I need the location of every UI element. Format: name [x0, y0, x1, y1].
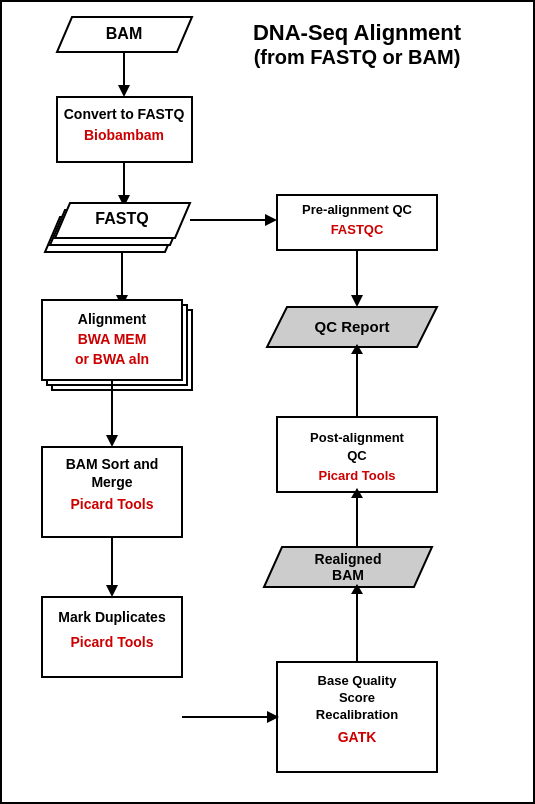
mark-dup-label1: Mark Duplicates — [58, 609, 166, 625]
bam-sort-label1: BAM Sort and — [66, 456, 159, 472]
realigned-bam-label2: BAM — [332, 567, 364, 583]
post-qc-label1: Post-alignment — [310, 430, 405, 445]
arrowhead-bam-convert — [118, 85, 130, 97]
base-quality-label1: Base Quality — [318, 673, 398, 688]
alignment-label2: BWA MEM — [78, 331, 147, 347]
alignment-label3: or BWA aln — [75, 351, 149, 367]
diagram-container: DNA-Seq Alignment (from FASTQ or BAM) BA… — [0, 0, 535, 804]
mark-dup-label2: Picard Tools — [71, 634, 154, 650]
title-line1: DNA-Seq Alignment — [253, 20, 462, 45]
base-quality-label2: Score — [339, 690, 375, 705]
bam-sort-label2: Merge — [91, 474, 132, 490]
base-quality-label3: Recalibration — [316, 707, 398, 722]
realigned-bam-label1: Realigned — [315, 551, 382, 567]
arrowhead-fastq-preqc — [265, 214, 277, 226]
convert-label2: Biobambam — [84, 127, 164, 143]
base-quality-label4: GATK — [338, 729, 377, 745]
bam-input-label: BAM — [106, 25, 142, 42]
title-line2: (from FASTQ or BAM) — [254, 46, 461, 68]
arrowhead-alignment-bamsort — [106, 435, 118, 447]
post-qc-label3: Picard Tools — [318, 468, 395, 483]
convert-label1: Convert to FASTQ — [64, 106, 185, 122]
arrowhead-preqc-qcreport — [351, 295, 363, 307]
pre-qc-label2: FASTQC — [331, 222, 384, 237]
alignment-label1: Alignment — [78, 311, 147, 327]
post-qc-label2: QC — [347, 448, 367, 463]
bam-sort-label3: Picard Tools — [71, 496, 154, 512]
qc-report-label: QC Report — [315, 318, 390, 335]
arrowhead-bamsort-markdup — [106, 585, 118, 597]
fastq-label: FASTQ — [95, 210, 148, 227]
diagram-svg: DNA-Seq Alignment (from FASTQ or BAM) BA… — [2, 2, 535, 804]
pre-qc-label1: Pre-alignment QC — [302, 202, 412, 217]
